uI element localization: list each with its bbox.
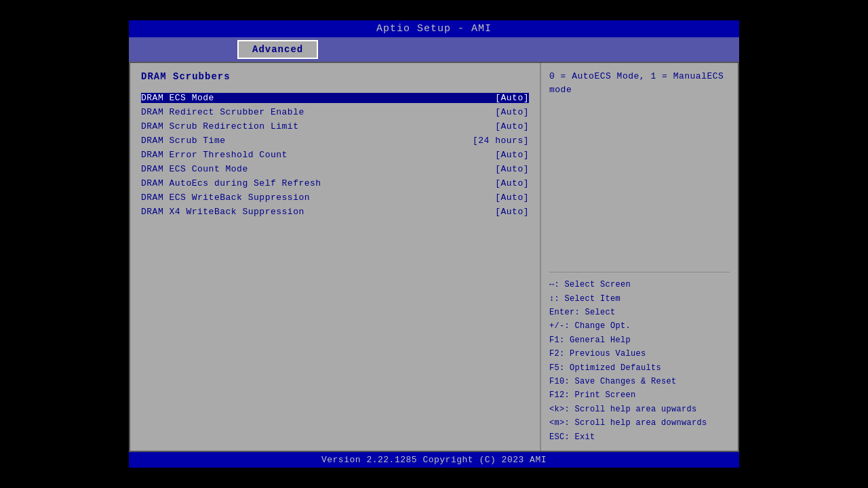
setting-value: [Auto]: [495, 192, 529, 203]
key-hint-line: +/-: Change Opt.: [549, 319, 730, 333]
key-hints: ↔: Select Screen↕: Select ItemEnter: Sel…: [549, 278, 730, 444]
section-title: DRAM Scrubbers: [141, 71, 529, 82]
setting-value: [Auto]: [495, 121, 529, 131]
setting-label: DRAM AutoEcs during Self Refresh: [141, 178, 321, 188]
setting-value: [Auto]: [495, 178, 529, 188]
key-hint-line: F2: Previous Values: [549, 347, 730, 361]
content-area: DRAM Scrubbers DRAM ECS Mode[Auto]DRAM R…: [129, 62, 739, 452]
setting-row[interactable]: DRAM AutoEcs during Self Refresh[Auto]: [141, 178, 529, 188]
settings-list: DRAM ECS Mode[Auto]DRAM Redirect Scrubbe…: [141, 93, 529, 217]
setting-value: [Auto]: [495, 93, 529, 103]
left-panel: DRAM Scrubbers DRAM ECS Mode[Auto]DRAM R…: [130, 63, 541, 451]
setting-value: [Auto]: [495, 164, 529, 174]
setting-row[interactable]: DRAM Scrub Time[24 hours]: [141, 136, 529, 146]
setting-row[interactable]: DRAM ECS Count Mode[Auto]: [141, 164, 529, 174]
setting-label: DRAM ECS WriteBack Suppression: [141, 192, 310, 203]
title-bar: Aptio Setup - AMI: [129, 20, 739, 37]
bios-wrapper: Aptio Setup - AMI Advanced DRAM Scrubber…: [129, 20, 739, 468]
key-hint-line: F10: Save Changes & Reset: [549, 375, 730, 388]
footer-text: Version 2.22.1285 Copyright (C) 2023 AMI: [321, 455, 547, 465]
setting-value: [Auto]: [495, 107, 529, 117]
help-text: 0 = AutoECS Mode, 1 = ManualECS mode: [549, 70, 730, 266]
key-hint-line: F12: Print Screen: [549, 388, 730, 402]
setting-label: DRAM Scrub Time: [141, 136, 226, 146]
footer-bar: Version 2.22.1285 Copyright (C) 2023 AMI: [129, 452, 739, 468]
key-hint-line: ESC: Exit: [549, 430, 730, 444]
setting-label: DRAM Scrub Redirection Limit: [141, 121, 298, 131]
setting-value: [Auto]: [495, 207, 529, 217]
setting-label: DRAM Redirect Scrubber Enable: [141, 107, 304, 117]
key-hint-line: F1: General Help: [549, 333, 730, 347]
divider: [549, 272, 730, 272]
setting-row[interactable]: DRAM Redirect Scrubber Enable[Auto]: [141, 107, 529, 117]
setting-label: DRAM ECS Mode: [141, 93, 214, 103]
setting-label: DRAM X4 WriteBack Suppression: [141, 207, 304, 217]
setting-label: DRAM Error Threshold Count: [141, 150, 288, 160]
setting-row[interactable]: DRAM X4 WriteBack Suppression[Auto]: [141, 207, 529, 217]
right-panel: 0 = AutoECS Mode, 1 = ManualECS mode ↔: …: [541, 63, 738, 451]
setting-row[interactable]: DRAM Error Threshold Count[Auto]: [141, 150, 529, 160]
setting-row[interactable]: DRAM Scrub Redirection Limit[Auto]: [141, 121, 529, 131]
setting-row[interactable]: DRAM ECS Mode[Auto]: [141, 93, 529, 103]
tab-advanced[interactable]: Advanced: [237, 40, 318, 59]
key-hint-line: ↕: Select Item: [549, 292, 730, 306]
setting-value: [Auto]: [495, 150, 529, 160]
key-hint-line: F5: Optimized Defaults: [549, 361, 730, 375]
key-hint-line: ↔: Select Screen: [549, 278, 730, 291]
key-hint-line: Enter: Select: [549, 306, 730, 319]
title-text: Aptio Setup - AMI: [376, 23, 492, 35]
setting-row[interactable]: DRAM ECS WriteBack Suppression[Auto]: [141, 192, 529, 203]
key-hint-line: <k>: Scroll help area upwards: [549, 403, 730, 416]
menu-bar: Advanced: [129, 37, 739, 62]
setting-value: [24 hours]: [473, 136, 529, 146]
key-hint-line: <m>: Scroll help area downwards: [549, 416, 730, 430]
setting-label: DRAM ECS Count Mode: [141, 164, 248, 174]
